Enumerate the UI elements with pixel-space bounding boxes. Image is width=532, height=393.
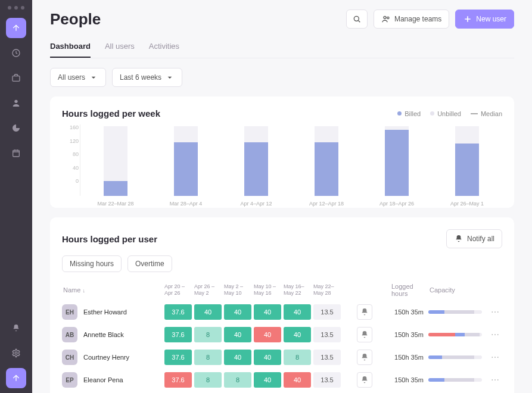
nav-people-icon[interactable] xyxy=(6,93,26,113)
user-cell[interactable]: EPEleanor Pena xyxy=(62,372,163,388)
hours-cell: 40 xyxy=(254,327,281,342)
hours-cell: 8 xyxy=(194,372,222,388)
main-content: People Manage teams New user DashboardAl… xyxy=(32,0,532,393)
nav-settings-icon[interactable] xyxy=(6,343,26,363)
table-body: EHEsther Howard37.64040404013.5150h 35m⋯… xyxy=(62,301,502,393)
logged-hours-value: 150h 35m xyxy=(390,376,428,383)
svg-point-4 xyxy=(15,352,17,354)
logged-hours-value: 150h 35m xyxy=(390,331,428,338)
chevron-down-icon xyxy=(89,73,98,82)
filter-users-dropdown[interactable]: All users xyxy=(50,68,106,87)
tabs: DashboardAll usersActivities xyxy=(50,37,514,58)
users-icon xyxy=(381,14,391,24)
hours-cell: 13.5 xyxy=(313,350,341,365)
col-week: May 10 – May 16 xyxy=(253,283,282,297)
tab-all-users[interactable]: All users xyxy=(105,37,135,58)
row-more-button[interactable]: ⋯ xyxy=(488,307,502,317)
chip-missing-hours[interactable]: Missing hours xyxy=(62,255,122,272)
nav-time-icon[interactable] xyxy=(6,43,26,63)
nav-calendar-icon[interactable] xyxy=(6,143,26,163)
chevron-down-icon xyxy=(165,73,175,82)
nav-home-icon[interactable] xyxy=(6,18,26,38)
legend-item: Median xyxy=(471,110,502,117)
logged-hours-value: 150h 35m xyxy=(390,354,428,361)
hours-cell: 40 xyxy=(284,327,311,342)
hours-cell: 8 xyxy=(194,350,222,365)
page-title: People xyxy=(50,10,340,29)
hours-cell: 40 xyxy=(284,372,311,388)
col-name[interactable]: Name ↓ xyxy=(62,286,163,294)
table-row: ABAnnette Black37.6840404013.5150h 35m⋯ xyxy=(62,323,502,346)
notify-user-button[interactable] xyxy=(357,372,372,388)
chart-legend: BilledUnbilledMedian xyxy=(397,110,502,117)
filters: All users Last 6 weeks xyxy=(50,68,514,87)
user-name: Esther Howard xyxy=(83,308,127,316)
avatar: EH xyxy=(62,304,77,320)
filter-range-dropdown[interactable]: Last 6 weeks xyxy=(112,68,182,87)
new-user-label: New user xyxy=(476,15,506,23)
table-row: CHCourtney Henry37.684040813.5150h 35m⋯ xyxy=(62,346,502,369)
col-capacity: Capacity xyxy=(428,286,488,294)
table-row: EHEsther Howard37.64040404013.5150h 35m⋯ xyxy=(62,301,502,323)
notify-user-button[interactable] xyxy=(357,304,372,320)
capacity-bar xyxy=(428,378,482,382)
filter-users-label: All users xyxy=(58,73,85,82)
notify-all-button[interactable]: Notify all xyxy=(446,229,502,248)
chart-title: Hours logged per week xyxy=(62,108,397,118)
hours-cell: 37.6 xyxy=(164,304,192,320)
chart-card: Hours logged per week BilledUnbilledMedi… xyxy=(50,96,514,208)
new-user-button[interactable]: New user xyxy=(455,10,514,29)
nav-notifications-icon[interactable] xyxy=(6,318,26,338)
hours-cell: 13.5 xyxy=(313,372,341,388)
svg-point-5 xyxy=(354,16,359,21)
hours-cell: 40 xyxy=(224,350,251,365)
hours-cell: 13.5 xyxy=(313,327,341,342)
user-cell[interactable]: EHEsther Howard xyxy=(62,304,163,320)
nav-reports-icon[interactable] xyxy=(6,118,26,138)
hours-cell: 37.6 xyxy=(164,372,192,388)
chart-bar: Mar 28–Apr 4 xyxy=(174,124,198,196)
row-more-button[interactable]: ⋯ xyxy=(488,375,502,385)
svg-rect-1 xyxy=(13,76,20,82)
notify-user-button[interactable] xyxy=(357,327,372,342)
notify-user-button[interactable] xyxy=(357,350,372,365)
nav-briefcase-icon[interactable] xyxy=(6,68,26,88)
capacity-bar xyxy=(428,355,482,359)
hours-cell: 13.5 xyxy=(313,304,341,320)
svg-point-2 xyxy=(14,100,17,103)
chip-overtime[interactable]: Overtime xyxy=(127,255,172,272)
manage-teams-button[interactable]: Manage teams xyxy=(374,10,449,29)
search-icon xyxy=(352,14,362,24)
row-more-button[interactable]: ⋯ xyxy=(488,353,502,362)
chart-bar: Apr 18–Apr 26 xyxy=(385,124,409,196)
manage-teams-label: Manage teams xyxy=(394,15,441,23)
svg-point-6 xyxy=(384,16,386,18)
tab-activities[interactable]: Activities xyxy=(149,37,179,58)
legend-item: Billed xyxy=(397,110,421,117)
user-name: Courtney Henry xyxy=(83,354,129,361)
svg-rect-3 xyxy=(13,150,20,157)
tab-dashboard[interactable]: Dashboard xyxy=(50,37,91,58)
search-button[interactable] xyxy=(346,10,368,29)
user-cell[interactable]: ABAnnette Black xyxy=(62,327,163,342)
chart-bar: Apr 12–Apr 18 xyxy=(315,124,338,196)
hours-cell: 8 xyxy=(284,350,311,365)
row-more-button[interactable]: ⋯ xyxy=(488,330,502,339)
chart-bars: Mar 22–Mar 28Mar 28–Apr 4Apr 4–Apr 12Apr… xyxy=(80,124,502,196)
hours-cell: 40 xyxy=(254,372,281,388)
logged-hours-value: 150h 35m xyxy=(390,308,428,316)
user-table-card: Hours logged per user Notify all Missing… xyxy=(50,217,514,393)
col-week: Apr 26 – May 2 xyxy=(193,283,223,297)
col-logged: Logged hours xyxy=(390,283,428,297)
svg-point-7 xyxy=(387,17,389,18)
avatar: AB xyxy=(62,327,77,342)
hours-cell: 8 xyxy=(224,372,251,388)
capacity-bar xyxy=(428,333,482,336)
user-cell[interactable]: CHCourtney Henry xyxy=(62,350,163,365)
header: People Manage teams New user DashboardAl… xyxy=(32,0,532,58)
hours-cell: 40 xyxy=(284,304,311,320)
nav-upload-icon[interactable] xyxy=(6,368,26,388)
col-week: May 16– May 22 xyxy=(282,283,312,297)
user-name: Eleanor Pena xyxy=(83,376,123,383)
sidebar xyxy=(0,0,32,393)
